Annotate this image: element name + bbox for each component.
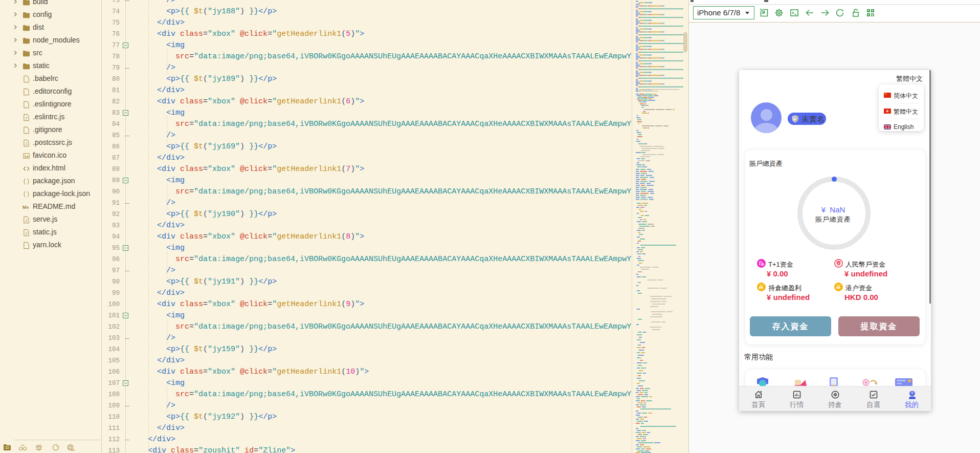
svg-text:M: M [23,205,27,210]
svg-text:J: J [26,142,27,145]
svg-text:J: J [26,116,27,120]
svg-text:J: J [26,231,27,235]
svg-text:J: J [26,219,27,222]
